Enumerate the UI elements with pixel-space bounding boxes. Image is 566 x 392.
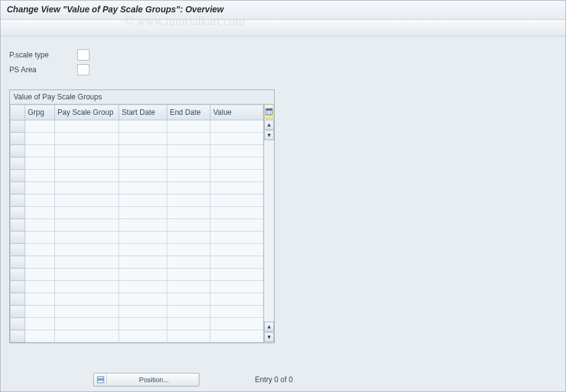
table-cell[interactable]: [54, 330, 119, 343]
table-row[interactable]: [10, 207, 264, 219]
table-cell[interactable]: [210, 231, 264, 244]
table-cell[interactable]: [167, 330, 210, 343]
table-row[interactable]: [10, 145, 264, 157]
table-cell[interactable]: [25, 120, 54, 133]
table-cell[interactable]: [167, 170, 210, 182]
table-row[interactable]: [10, 281, 264, 293]
row-selector[interactable]: [10, 306, 25, 318]
table-row[interactable]: [10, 157, 264, 170]
table-cell[interactable]: [167, 219, 210, 231]
table-cell[interactable]: [167, 194, 210, 207]
row-selector[interactable]: [10, 207, 25, 219]
table-cell[interactable]: [119, 157, 167, 170]
table-cell[interactable]: [119, 170, 167, 182]
table-cell[interactable]: [54, 157, 119, 170]
row-selector[interactable]: [10, 330, 25, 343]
row-selector[interactable]: [10, 219, 25, 231]
row-selector[interactable]: [10, 293, 25, 306]
table-row[interactable]: [10, 170, 264, 182]
table-row[interactable]: [10, 182, 264, 194]
table-cell[interactable]: [54, 145, 119, 157]
row-selector[interactable]: [10, 182, 25, 194]
table-cell[interactable]: [167, 145, 210, 157]
row-selector[interactable]: [10, 170, 25, 182]
table-cell[interactable]: [167, 293, 210, 306]
table-cell[interactable]: [167, 120, 210, 133]
table-cell[interactable]: [167, 269, 210, 281]
table-cell[interactable]: [119, 219, 167, 231]
table-cell[interactable]: [54, 318, 119, 330]
table-row[interactable]: [10, 133, 264, 145]
table-cell[interactable]: [210, 133, 264, 145]
scroll-up-button[interactable]: ▲: [264, 120, 274, 130]
table-cell[interactable]: [25, 170, 54, 182]
table-cell[interactable]: [54, 269, 119, 281]
table-cell[interactable]: [25, 145, 54, 157]
table-cell[interactable]: [167, 231, 210, 244]
row-selector[interactable]: [10, 281, 25, 293]
table-cell[interactable]: [119, 145, 167, 157]
table-cell[interactable]: [25, 231, 54, 244]
row-selector[interactable]: [10, 133, 25, 145]
table-cell[interactable]: [119, 244, 167, 256]
table-row[interactable]: [10, 231, 264, 244]
table-cell[interactable]: [54, 194, 119, 207]
table-row[interactable]: [10, 219, 264, 231]
table-cell[interactable]: [167, 306, 210, 318]
table-cell[interactable]: [210, 145, 264, 157]
table-cell[interactable]: [119, 231, 167, 244]
table-cell[interactable]: [210, 330, 264, 343]
table-row[interactable]: [10, 293, 264, 306]
table-cell[interactable]: [119, 194, 167, 207]
table-cell[interactable]: [25, 306, 54, 318]
table-cell[interactable]: [210, 219, 264, 231]
table-cell[interactable]: [54, 231, 119, 244]
table-cell[interactable]: [54, 293, 119, 306]
table-cell[interactable]: [54, 120, 119, 133]
table-cell[interactable]: [25, 219, 54, 231]
table-cell[interactable]: [167, 182, 210, 194]
table-cell[interactable]: [210, 318, 264, 330]
table-cell[interactable]: [25, 293, 54, 306]
table-cell[interactable]: [210, 256, 264, 269]
table-cell[interactable]: [25, 269, 54, 281]
table-cell[interactable]: [119, 293, 167, 306]
table-row[interactable]: [10, 256, 264, 269]
table-cell[interactable]: [210, 194, 264, 207]
table-cell[interactable]: [25, 157, 54, 170]
table-cell[interactable]: [54, 133, 119, 145]
table-cell[interactable]: [119, 269, 167, 281]
table-cell[interactable]: [167, 256, 210, 269]
pscale-type-input[interactable]: [77, 49, 89, 60]
table-cell[interactable]: [210, 207, 264, 219]
table-cell[interactable]: [210, 244, 264, 256]
table-cell[interactable]: [119, 133, 167, 145]
table-cell[interactable]: [25, 244, 54, 256]
table-cell[interactable]: [210, 306, 264, 318]
table-cell[interactable]: [119, 182, 167, 194]
table-cell[interactable]: [54, 256, 119, 269]
col-header-start[interactable]: Start Date: [119, 105, 167, 120]
table-cell[interactable]: [25, 330, 54, 343]
row-selector[interactable]: [10, 120, 25, 133]
table-cell[interactable]: [54, 170, 119, 182]
table-cell[interactable]: [54, 207, 119, 219]
table-cell[interactable]: [167, 318, 210, 330]
table-cell[interactable]: [119, 281, 167, 293]
table-row[interactable]: [10, 318, 264, 330]
scroll-down-button[interactable]: ▼: [264, 130, 274, 140]
table-cell[interactable]: [210, 281, 264, 293]
table-row[interactable]: [10, 269, 264, 281]
table-cell[interactable]: [210, 120, 264, 133]
col-header-psg[interactable]: Pay Scale Group: [54, 105, 119, 120]
table-cell[interactable]: [167, 244, 210, 256]
table-cell[interactable]: [119, 330, 167, 343]
table-cell[interactable]: [25, 318, 54, 330]
row-selector[interactable]: [10, 244, 25, 256]
row-selector[interactable]: [10, 231, 25, 244]
table-cell[interactable]: [25, 256, 54, 269]
table-row[interactable]: [10, 306, 264, 318]
table-cell[interactable]: [167, 157, 210, 170]
table-row[interactable]: [10, 330, 264, 343]
table-cell[interactable]: [167, 281, 210, 293]
